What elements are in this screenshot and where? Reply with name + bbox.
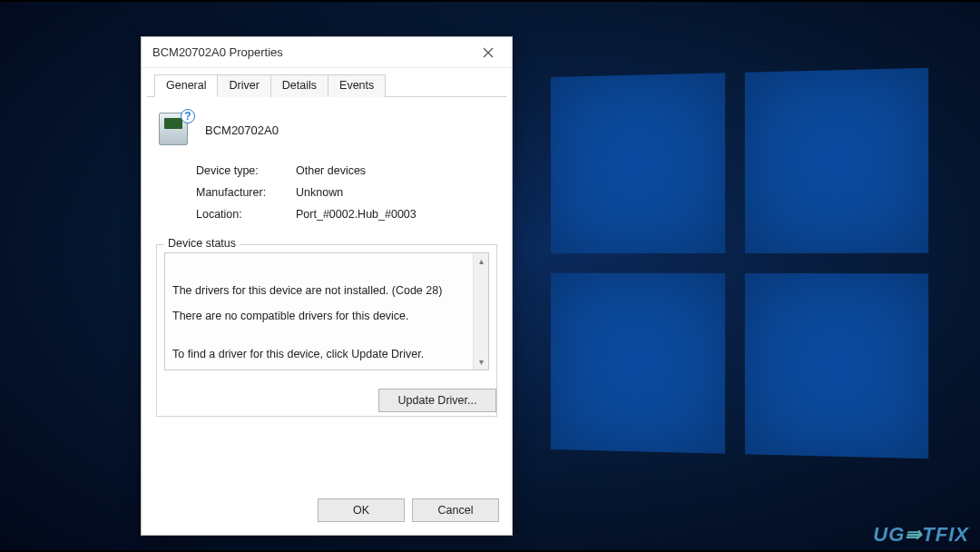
tab-details[interactable]: Details xyxy=(270,74,328,97)
device-icon: ? xyxy=(156,112,192,148)
letterbox xyxy=(0,0,980,2)
update-driver-button[interactable]: Update Driver... xyxy=(378,389,496,412)
location-value: Port_#0002.Hub_#0003 xyxy=(296,208,497,221)
titlebar[interactable]: BCM20702A0 Properties xyxy=(142,37,512,68)
tab-label: Events xyxy=(339,79,374,92)
close-icon xyxy=(483,47,494,58)
manufacturer-value: Unknown xyxy=(296,186,497,199)
close-button[interactable] xyxy=(470,40,506,65)
device-status-legend: Device status xyxy=(164,237,240,250)
tab-label: Driver xyxy=(229,79,259,92)
device-status-textbox[interactable]: The drivers for this device are not inst… xyxy=(164,252,489,370)
device-name: BCM20702A0 xyxy=(205,123,279,137)
device-type-label: Device type: xyxy=(196,164,296,177)
button-label: Cancel xyxy=(438,504,474,517)
button-label: OK xyxy=(353,504,369,517)
device-type-value: Other devices xyxy=(296,164,497,177)
device-header: ? BCM20702A0 xyxy=(156,112,497,148)
tab-strip: General Driver Details Events xyxy=(147,68,506,97)
cancel-button[interactable]: Cancel xyxy=(412,498,499,522)
manufacturer-label: Manufacturer: xyxy=(196,186,296,199)
ok-button[interactable]: OK xyxy=(318,498,405,522)
windows-logo xyxy=(551,68,928,458)
device-info-grid: Device type: Other devices Manufacturer:… xyxy=(196,164,497,221)
scroll-down-icon[interactable]: ▾ xyxy=(474,354,488,370)
tab-content-general: ? BCM20702A0 Device type: Other devices … xyxy=(142,97,512,489)
watermark-text: UG⇛TFIX xyxy=(873,523,969,547)
device-status-text: The drivers for this device are not inst… xyxy=(172,284,465,360)
properties-dialog: BCM20702A0 Properties General Driver Det… xyxy=(141,36,513,536)
button-label: Update Driver... xyxy=(398,394,477,407)
tab-general[interactable]: General xyxy=(154,74,218,97)
tab-label: General xyxy=(166,79,206,92)
scroll-up-icon[interactable]: ▴ xyxy=(474,253,488,269)
tab-events[interactable]: Events xyxy=(328,74,386,97)
question-overlay-icon: ? xyxy=(181,109,195,123)
dialog-button-row: OK Cancel xyxy=(142,489,512,535)
tab-label: Details xyxy=(282,79,317,92)
location-label: Location: xyxy=(196,208,296,221)
device-status-group: Device status The drivers for this devic… xyxy=(156,244,497,417)
scrollbar[interactable]: ▴ ▾ xyxy=(473,253,488,370)
desktop-background: UG⇛TFIX BCM20702A0 Properties General Dr… xyxy=(0,0,980,552)
window-title: BCM20702A0 Properties xyxy=(152,45,470,59)
tab-driver[interactable]: Driver xyxy=(217,74,270,97)
